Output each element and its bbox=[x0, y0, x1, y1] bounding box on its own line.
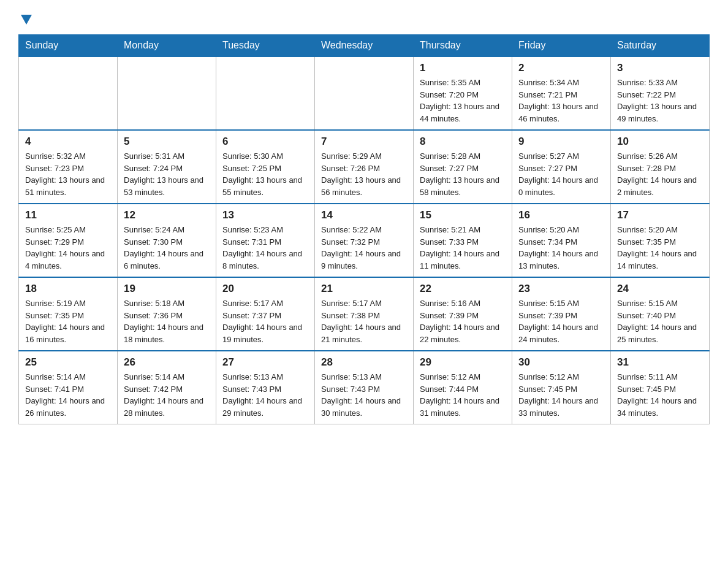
day-info: Sunrise: 5:34 AMSunset: 7:21 PMDaylight:… bbox=[518, 77, 604, 124]
calendar-week-row-4: 18Sunrise: 5:19 AMSunset: 7:35 PMDayligh… bbox=[19, 277, 710, 351]
calendar-cell: 13Sunrise: 5:23 AMSunset: 7:31 PMDayligh… bbox=[216, 204, 315, 277]
col-thursday: Thursday bbox=[414, 35, 512, 57]
day-number: 5 bbox=[124, 136, 210, 148]
day-number: 2 bbox=[518, 62, 604, 74]
calendar-cell: 23Sunrise: 5:15 AMSunset: 7:39 PMDayligh… bbox=[512, 277, 611, 351]
calendar-cell: 7Sunrise: 5:29 AMSunset: 7:26 PMDaylight… bbox=[315, 130, 414, 204]
day-info: Sunrise: 5:12 AMSunset: 7:44 PMDaylight:… bbox=[420, 371, 506, 419]
day-number: 24 bbox=[617, 283, 703, 295]
calendar-week-row-5: 25Sunrise: 5:14 AMSunset: 7:41 PMDayligh… bbox=[19, 351, 710, 424]
calendar-table: Sunday Monday Tuesday Wednesday Thursday… bbox=[18, 34, 710, 424]
calendar-cell: 2Sunrise: 5:34 AMSunset: 7:21 PMDaylight… bbox=[512, 56, 611, 130]
day-number: 10 bbox=[617, 136, 703, 148]
calendar-cell: 15Sunrise: 5:21 AMSunset: 7:33 PMDayligh… bbox=[414, 204, 512, 277]
calendar-week-row-2: 4Sunrise: 5:32 AMSunset: 7:23 PMDaylight… bbox=[19, 130, 710, 204]
day-info: Sunrise: 5:30 AMSunset: 7:25 PMDaylight:… bbox=[222, 150, 308, 198]
col-monday: Monday bbox=[118, 35, 216, 57]
day-number: 23 bbox=[518, 283, 604, 295]
day-number: 22 bbox=[420, 283, 506, 295]
col-sunday: Sunday bbox=[19, 35, 118, 57]
col-friday: Friday bbox=[512, 35, 611, 57]
day-number: 6 bbox=[222, 136, 308, 148]
day-number: 11 bbox=[25, 209, 111, 221]
calendar-cell: 5Sunrise: 5:31 AMSunset: 7:24 PMDaylight… bbox=[118, 130, 216, 204]
day-info: Sunrise: 5:18 AMSunset: 7:36 PMDaylight:… bbox=[124, 297, 210, 345]
day-number: 19 bbox=[124, 283, 210, 295]
calendar-cell: 4Sunrise: 5:32 AMSunset: 7:23 PMDaylight… bbox=[19, 130, 118, 204]
calendar-cell: 3Sunrise: 5:33 AMSunset: 7:22 PMDaylight… bbox=[611, 56, 710, 130]
calendar-cell bbox=[216, 56, 315, 130]
day-number: 21 bbox=[321, 283, 407, 295]
day-number: 28 bbox=[321, 356, 407, 369]
calendar-cell: 19Sunrise: 5:18 AMSunset: 7:36 PMDayligh… bbox=[118, 277, 216, 351]
day-number: 7 bbox=[321, 136, 407, 148]
day-info: Sunrise: 5:17 AMSunset: 7:37 PMDaylight:… bbox=[222, 297, 308, 345]
calendar-cell: 27Sunrise: 5:13 AMSunset: 7:43 PMDayligh… bbox=[216, 351, 315, 424]
calendar-cell: 16Sunrise: 5:20 AMSunset: 7:34 PMDayligh… bbox=[512, 204, 611, 277]
calendar-cell: 21Sunrise: 5:17 AMSunset: 7:38 PMDayligh… bbox=[315, 277, 414, 351]
day-info: Sunrise: 5:24 AMSunset: 7:30 PMDaylight:… bbox=[124, 224, 210, 272]
day-info: Sunrise: 5:12 AMSunset: 7:45 PMDaylight:… bbox=[518, 371, 604, 419]
calendar-cell: 8Sunrise: 5:28 AMSunset: 7:27 PMDaylight… bbox=[414, 130, 512, 204]
day-info: Sunrise: 5:14 AMSunset: 7:41 PMDaylight:… bbox=[25, 371, 111, 419]
day-number: 17 bbox=[617, 209, 703, 221]
calendar-cell: 9Sunrise: 5:27 AMSunset: 7:27 PMDaylight… bbox=[512, 130, 611, 204]
day-number: 18 bbox=[25, 283, 111, 295]
calendar-cell: 18Sunrise: 5:19 AMSunset: 7:35 PMDayligh… bbox=[19, 277, 118, 351]
day-info: Sunrise: 5:26 AMSunset: 7:28 PMDaylight:… bbox=[617, 150, 703, 198]
day-number: 26 bbox=[124, 356, 210, 369]
calendar-cell: 25Sunrise: 5:14 AMSunset: 7:41 PMDayligh… bbox=[19, 351, 118, 424]
col-saturday: Saturday bbox=[611, 35, 710, 57]
day-info: Sunrise: 5:20 AMSunset: 7:34 PMDaylight:… bbox=[518, 224, 604, 272]
day-number: 8 bbox=[420, 136, 506, 148]
logo bbox=[18, 12, 33, 28]
day-info: Sunrise: 5:27 AMSunset: 7:27 PMDaylight:… bbox=[518, 150, 604, 198]
day-info: Sunrise: 5:31 AMSunset: 7:24 PMDaylight:… bbox=[124, 150, 210, 198]
calendar-cell: 22Sunrise: 5:16 AMSunset: 7:39 PMDayligh… bbox=[414, 277, 512, 351]
calendar-cell: 24Sunrise: 5:15 AMSunset: 7:40 PMDayligh… bbox=[611, 277, 710, 351]
day-number: 31 bbox=[617, 356, 703, 369]
page-header bbox=[18, 12, 710, 28]
day-number: 3 bbox=[617, 62, 703, 74]
col-wednesday: Wednesday bbox=[315, 35, 414, 57]
day-info: Sunrise: 5:15 AMSunset: 7:40 PMDaylight:… bbox=[617, 297, 703, 345]
day-number: 27 bbox=[222, 356, 308, 369]
calendar-cell: 29Sunrise: 5:12 AMSunset: 7:44 PMDayligh… bbox=[414, 351, 512, 424]
day-info: Sunrise: 5:17 AMSunset: 7:38 PMDaylight:… bbox=[321, 297, 407, 345]
day-info: Sunrise: 5:20 AMSunset: 7:35 PMDaylight:… bbox=[617, 224, 703, 272]
calendar-cell: 12Sunrise: 5:24 AMSunset: 7:30 PMDayligh… bbox=[118, 204, 216, 277]
calendar-cell: 1Sunrise: 5:35 AMSunset: 7:20 PMDaylight… bbox=[414, 56, 512, 130]
calendar-cell: 10Sunrise: 5:26 AMSunset: 7:28 PMDayligh… bbox=[611, 130, 710, 204]
day-info: Sunrise: 5:19 AMSunset: 7:35 PMDaylight:… bbox=[25, 297, 111, 345]
calendar-cell: 17Sunrise: 5:20 AMSunset: 7:35 PMDayligh… bbox=[611, 204, 710, 277]
day-number: 29 bbox=[420, 356, 506, 369]
day-info: Sunrise: 5:28 AMSunset: 7:27 PMDaylight:… bbox=[420, 150, 506, 198]
day-number: 16 bbox=[518, 209, 604, 221]
logo-triangle-icon bbox=[20, 12, 33, 26]
calendar-cell: 6Sunrise: 5:30 AMSunset: 7:25 PMDaylight… bbox=[216, 130, 315, 204]
calendar-cell bbox=[315, 56, 414, 130]
calendar-week-row-3: 11Sunrise: 5:25 AMSunset: 7:29 PMDayligh… bbox=[19, 204, 710, 277]
day-info: Sunrise: 5:33 AMSunset: 7:22 PMDaylight:… bbox=[617, 77, 703, 124]
day-info: Sunrise: 5:14 AMSunset: 7:42 PMDaylight:… bbox=[124, 371, 210, 419]
calendar-cell: 26Sunrise: 5:14 AMSunset: 7:42 PMDayligh… bbox=[118, 351, 216, 424]
day-number: 14 bbox=[321, 209, 407, 221]
day-number: 4 bbox=[25, 136, 111, 148]
calendar-cell: 14Sunrise: 5:22 AMSunset: 7:32 PMDayligh… bbox=[315, 204, 414, 277]
day-info: Sunrise: 5:22 AMSunset: 7:32 PMDaylight:… bbox=[321, 224, 407, 272]
day-number: 1 bbox=[420, 62, 506, 74]
day-info: Sunrise: 5:35 AMSunset: 7:20 PMDaylight:… bbox=[420, 77, 506, 124]
day-info: Sunrise: 5:16 AMSunset: 7:39 PMDaylight:… bbox=[420, 297, 506, 345]
calendar-cell bbox=[19, 56, 118, 130]
day-number: 13 bbox=[222, 209, 308, 221]
day-info: Sunrise: 5:23 AMSunset: 7:31 PMDaylight:… bbox=[222, 224, 308, 272]
col-tuesday: Tuesday bbox=[216, 35, 315, 57]
day-info: Sunrise: 5:29 AMSunset: 7:26 PMDaylight:… bbox=[321, 150, 407, 198]
day-number: 20 bbox=[222, 283, 308, 295]
calendar-cell: 28Sunrise: 5:13 AMSunset: 7:43 PMDayligh… bbox=[315, 351, 414, 424]
day-info: Sunrise: 5:13 AMSunset: 7:43 PMDaylight:… bbox=[222, 371, 308, 419]
day-number: 12 bbox=[124, 209, 210, 221]
day-info: Sunrise: 5:21 AMSunset: 7:33 PMDaylight:… bbox=[420, 224, 506, 272]
day-number: 9 bbox=[518, 136, 604, 148]
day-info: Sunrise: 5:25 AMSunset: 7:29 PMDaylight:… bbox=[25, 224, 111, 272]
